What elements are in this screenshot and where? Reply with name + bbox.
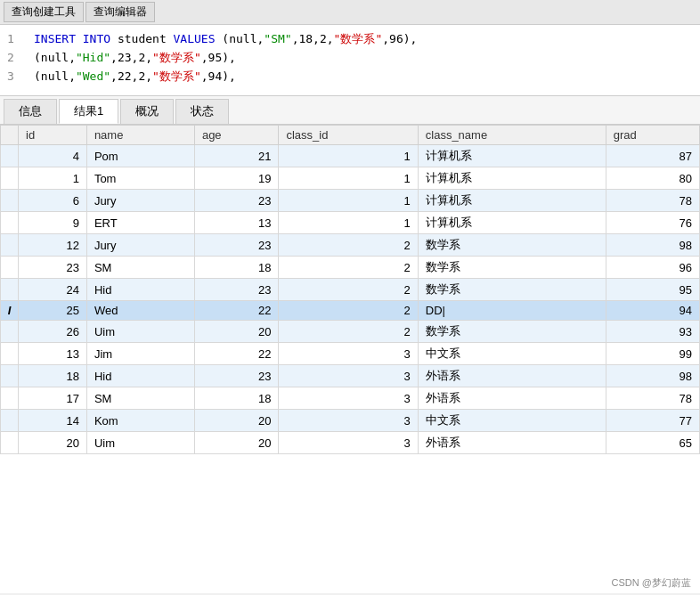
row-marker [1, 145, 19, 167]
result-panel: idnameageclass_idclass_namegrad 4Pom211计… [0, 125, 700, 593]
cell-class-id: 2 [279, 279, 418, 301]
table-row[interactable]: 1Tom191计算机系80 [1, 167, 700, 190]
row-marker: I [1, 301, 19, 321]
cell-name: Wed [86, 301, 194, 321]
cell-age: 20 [194, 321, 279, 343]
cell-id: 1 [19, 167, 87, 190]
query-create-btn[interactable]: 查询创建工具 [4, 2, 84, 22]
cell-class-name: 计算机系 [418, 190, 606, 212]
col-header-3: age [194, 126, 279, 145]
row-marker [1, 432, 19, 454]
cell-name: SM [86, 257, 194, 279]
row-marker [1, 167, 19, 190]
cell-class-id: 1 [279, 167, 418, 190]
cell-class-name: DD [418, 301, 606, 321]
table-row[interactable]: 24Hid232数学系95 [1, 279, 700, 301]
cell-age: 19 [194, 167, 279, 190]
table-row[interactable]: 18Hid233外语系98 [1, 365, 700, 387]
table-row[interactable]: 12Jury232数学系98 [1, 234, 700, 257]
col-header-5: class_name [418, 126, 606, 145]
cell-class-name: 计算机系 [418, 145, 606, 167]
cell-class-id: 1 [279, 190, 418, 212]
cell-name: ERT [86, 212, 194, 234]
cell-age: 22 [194, 301, 279, 321]
col-header-4: class_id [279, 126, 418, 145]
cell-class-id: 1 [279, 145, 418, 167]
cell-age: 23 [194, 279, 279, 301]
row-marker [1, 365, 19, 387]
cell-class-id: 2 [279, 321, 418, 343]
cell-class-id: 2 [279, 257, 418, 279]
tab-概况[interactable]: 概况 [120, 99, 174, 124]
table-row[interactable]: 4Pom211计算机系87 [1, 145, 700, 167]
cell-name: Jury [86, 190, 194, 212]
cell-id: 25 [19, 301, 87, 321]
col-header-0 [1, 126, 19, 145]
cell-grad: 65 [606, 432, 699, 454]
cell-class-name: 计算机系 [418, 212, 606, 234]
table-row[interactable]: 14Kom203中文系77 [1, 410, 700, 432]
cell-class-id: 1 [279, 212, 418, 234]
tab-状态[interactable]: 状态 [175, 99, 229, 124]
cell-name: Jim [86, 343, 194, 365]
cell-class-name: 外语系 [418, 432, 606, 454]
cell-class-id: 3 [279, 410, 418, 432]
table-row[interactable]: 6Jury231计算机系78 [1, 190, 700, 212]
cell-age: 20 [194, 410, 279, 432]
cell-age: 23 [194, 234, 279, 257]
cell-grad: 96 [606, 257, 699, 279]
cell-name: Tom [86, 167, 194, 190]
cell-class-name: 计算机系 [418, 167, 606, 190]
cell-age: 20 [194, 432, 279, 454]
row-marker [1, 212, 19, 234]
table-row[interactable]: 26Uim202数学系93 [1, 321, 700, 343]
row-marker [1, 234, 19, 257]
cell-age: 23 [194, 190, 279, 212]
cell-age: 23 [194, 365, 279, 387]
cell-id: 20 [19, 432, 87, 454]
row-marker [1, 279, 19, 301]
cell-id: 24 [19, 279, 87, 301]
cell-age: 22 [194, 343, 279, 365]
cell-class-id: 3 [279, 432, 418, 454]
cell-name: SM [86, 387, 194, 410]
watermark: CSDN @梦幻蔚蓝 [612, 576, 691, 590]
cell-class-name: 数学系 [418, 257, 606, 279]
cell-grad: 78 [606, 190, 699, 212]
cell-class-name: 中文系 [418, 410, 606, 432]
cell-grad: 93 [606, 321, 699, 343]
table-row[interactable]: I25Wed222DD94 [1, 301, 700, 321]
cell-class-id: 3 [279, 365, 418, 387]
cell-id: 9 [19, 212, 87, 234]
code-line: 1INSERT INTO student VALUES (null,"SM",1… [7, 30, 693, 49]
cell-id: 14 [19, 410, 87, 432]
cell-name: Pom [86, 145, 194, 167]
tabs-bar: 信息结果1概况状态 [0, 96, 700, 125]
table-row[interactable]: 23SM182数学系96 [1, 257, 700, 279]
query-editor-btn[interactable]: 查询编辑器 [85, 2, 155, 22]
cell-grad: 94 [606, 301, 699, 321]
code-line: 3(null,"Wed",22,2,"数学系",94), [7, 68, 693, 86]
tab-信息[interactable]: 信息 [4, 99, 57, 124]
cell-class-id: 2 [279, 301, 418, 321]
cell-id: 23 [19, 257, 87, 279]
cell-class-name: 数学系 [418, 279, 606, 301]
tab-结果1[interactable]: 结果1 [59, 99, 118, 124]
table-row[interactable]: 20Uim203外语系65 [1, 432, 700, 454]
cell-age: 18 [194, 387, 279, 410]
cell-age: 21 [194, 145, 279, 167]
cell-id: 13 [19, 343, 87, 365]
cell-class-id: 3 [279, 343, 418, 365]
cell-name: Uim [86, 321, 194, 343]
cell-grad: 99 [606, 343, 699, 365]
cell-id: 26 [19, 321, 87, 343]
cell-name: Kom [86, 410, 194, 432]
cell-class-name: 外语系 [418, 365, 606, 387]
cell-grad: 95 [606, 279, 699, 301]
sql-editor[interactable]: 1INSERT INTO student VALUES (null,"SM",1… [0, 25, 700, 96]
table-row[interactable]: 17SM183外语系78 [1, 387, 700, 410]
table-row[interactable]: 9ERT131计算机系76 [1, 212, 700, 234]
table-row[interactable]: 13Jim223中文系99 [1, 343, 700, 365]
result-table: idnameageclass_idclass_namegrad 4Pom211计… [0, 125, 700, 454]
cell-name: Hid [86, 365, 194, 387]
